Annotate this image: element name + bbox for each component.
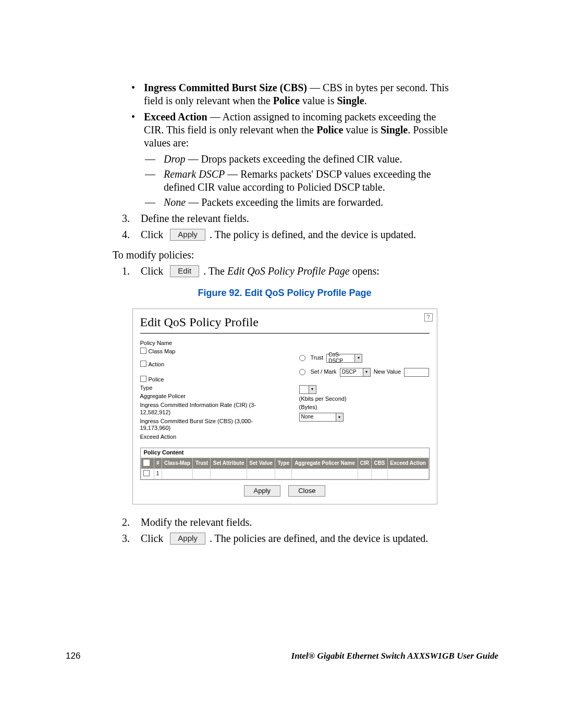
- trust-select[interactable]: CoS-DSCP▾: [326, 354, 362, 363]
- chevron-down-icon: ▾: [336, 413, 343, 421]
- apply-button-inline-2[interactable]: Apply: [170, 533, 205, 545]
- setmark-select[interactable]: DSCP▾: [340, 368, 371, 377]
- row-checkbox[interactable]: [143, 470, 150, 476]
- policy-content-table: # Class-Map Trust Set Attribute Set Valu…: [141, 458, 429, 479]
- chevron-down-icon: ▾: [309, 386, 316, 393]
- exceed-action-label: Exceed Action: [140, 434, 177, 441]
- dialog-close-button[interactable]: Close: [288, 485, 325, 497]
- cbs-unit: (Bytes): [299, 404, 317, 411]
- figure-caption: Figure 92. Edit QoS Policy Profile Page: [113, 287, 457, 299]
- modify-intro: To modify policies:: [113, 249, 457, 262]
- ea-opt-remark: — Remark DSCP — Remarks packets' DSCP va…: [145, 168, 457, 194]
- dialog-apply-button[interactable]: Apply: [244, 485, 281, 497]
- modify-step-2: 2. Modify the relevant fields.: [122, 516, 457, 529]
- cbs-label2: Ingress Committed Burst Size (CBS) (3,00…: [140, 418, 273, 433]
- policy-content-heading: Policy Content: [141, 448, 429, 458]
- cir-label: Ingress Committed Information Rate (CIR)…: [140, 402, 273, 416]
- trust-radio[interactable]: [299, 355, 305, 361]
- apply-button-inline-1[interactable]: Apply: [170, 229, 205, 241]
- page-body: • Ingress Committed Burst Size (CBS) — C…: [113, 78, 457, 548]
- type-label: Type: [140, 385, 273, 392]
- select-all-checkbox[interactable]: [143, 460, 150, 466]
- edit-button-inline[interactable]: Edit: [170, 265, 199, 277]
- class-map-checkbox[interactable]: [140, 348, 146, 354]
- police-checkbox[interactable]: [140, 376, 146, 382]
- aggregate-policer-label: Aggregate Policer: [140, 393, 186, 400]
- step-3: 3. Define the relevant fields.: [122, 212, 457, 225]
- policy-content-panel: Policy Content # Class-Map Trust Set Att…: [140, 448, 430, 480]
- edit-qos-policy-profile-dialog: ? Edit QoS Policy Profile Policy Name Cl…: [132, 309, 437, 504]
- ea-label: Exceed Action: [144, 111, 207, 122]
- table-row: 1: [141, 469, 429, 479]
- modify-step-1: 1. Click Edit. The Edit QoS Policy Profi…: [122, 265, 457, 278]
- chevron-down-icon: ▾: [354, 354, 362, 362]
- step-4: 4. Click Apply. The policy is defined, a…: [122, 228, 457, 241]
- modify-step-3: 3. Click Apply. The policies are defined…: [122, 532, 457, 545]
- cbs-label: Ingress Committed Burst Size (CBS): [144, 82, 307, 93]
- new-value-input[interactable]: [404, 368, 429, 377]
- exceed-action-select[interactable]: None▾: [299, 413, 344, 422]
- ea-opt-drop: — Drop — Drops packets exceeding the def…: [145, 153, 457, 166]
- page-footer: 126 Intel® Gigabit Ethernet Switch AXXSW…: [66, 651, 498, 661]
- help-icon[interactable]: ?: [424, 313, 433, 322]
- bullet-cbs: • Ingress Committed Burst Size (CBS) — C…: [131, 81, 457, 107]
- dialog-title: Edit QoS Policy Profile: [140, 314, 430, 334]
- page-number: 126: [66, 651, 80, 661]
- policy-name-label: Policy Name: [140, 340, 273, 347]
- document-title: Intel® Gigabit Ethernet Switch AXXSW1GB …: [291, 651, 498, 661]
- setmark-radio[interactable]: [299, 369, 305, 375]
- bullet-exceed-action: • Exceed Action — Action assigned to inc…: [131, 110, 457, 150]
- cir-unit: (Kbits per Second): [299, 396, 347, 403]
- ea-opt-none: — None — Packets exceeding the limits ar…: [145, 196, 457, 209]
- action-checkbox[interactable]: [140, 361, 146, 367]
- aggregate-policer-select[interactable]: ▾: [299, 385, 316, 394]
- chevron-down-icon: ▾: [363, 368, 370, 376]
